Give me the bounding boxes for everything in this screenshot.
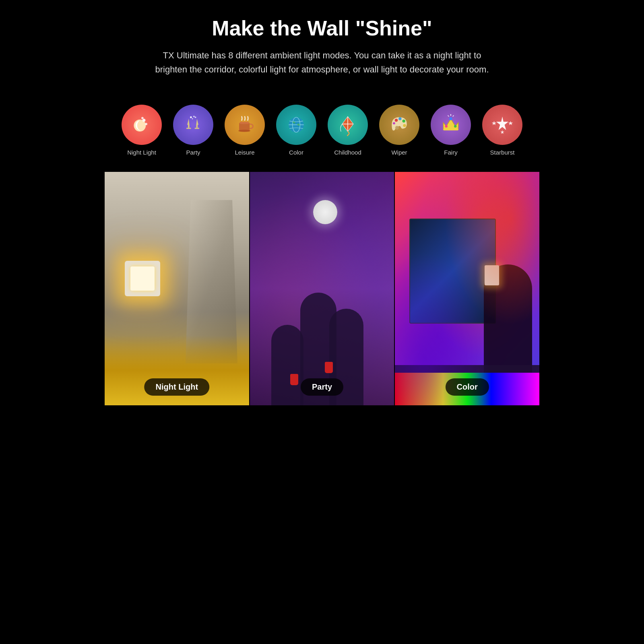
svg-point-3 [141, 117, 144, 120]
color-panel: Color [394, 172, 539, 405]
childhood-icon [328, 105, 368, 145]
mode-item-wiper[interactable]: Wiper [377, 105, 421, 156]
fairy-label: Fairy [444, 149, 457, 156]
color-panel-label: Color [446, 378, 489, 396]
monitor-screen [410, 219, 495, 323]
photos-section: Night Light Party [105, 172, 539, 405]
modes-row: Night Light Party [105, 101, 539, 168]
svg-rect-5 [186, 128, 191, 129]
svg-point-29 [449, 118, 452, 120]
party-panel-label: Party [301, 378, 343, 396]
svg-rect-31 [443, 129, 458, 131]
party-panel: Party [249, 172, 394, 405]
mode-item-childhood[interactable]: Childhood [326, 105, 370, 156]
svg-point-23 [402, 120, 405, 122]
svg-point-1 [142, 119, 145, 122]
mode-item-party[interactable]: Party [171, 105, 215, 156]
night-light-label: Night Light [127, 149, 156, 156]
subtitle-text: TX Ultimate has 8 different ambient ligh… [149, 48, 495, 76]
party-label: Party [186, 149, 200, 156]
red-cup-2 [290, 374, 298, 385]
svg-rect-13 [240, 122, 249, 124]
svg-point-10 [192, 118, 193, 120]
svg-point-28 [445, 125, 448, 128]
device-inner [130, 266, 155, 291]
fairy-icon [431, 105, 471, 145]
svg-point-14 [238, 130, 250, 132]
night-light-panel-label: Night Light [144, 378, 210, 396]
color-icon [276, 105, 316, 145]
desk [395, 365, 539, 373]
mode-item-leisure[interactable]: Leisure [223, 105, 267, 156]
wiper-icon [379, 105, 419, 145]
header-section: Make the Wall "Shine" TX Ultimate has 8 … [105, 0, 539, 101]
svg-line-34 [453, 116, 454, 117]
svg-point-2 [145, 123, 147, 126]
svg-point-21 [395, 119, 398, 122]
wiper-label: Wiper [391, 149, 407, 156]
svg-marker-38 [500, 130, 504, 134]
monitor [409, 219, 496, 324]
svg-line-33 [448, 116, 449, 117]
svg-point-8 [190, 116, 192, 118]
night-light-panel: Night Light [105, 172, 249, 405]
party-scene [250, 172, 394, 405]
childhood-label: Childhood [334, 149, 361, 156]
svg-rect-7 [195, 128, 199, 129]
party-icon [173, 105, 213, 145]
page-title: Make the Wall "Shine" [129, 16, 515, 40]
leisure-icon [225, 105, 265, 145]
color-label: Color [289, 149, 303, 156]
svg-point-30 [454, 125, 457, 128]
svg-point-11 [195, 117, 196, 118]
mode-item-color[interactable]: Color [274, 105, 318, 156]
wall-switch-device [485, 265, 499, 285]
svg-point-25 [393, 122, 395, 125]
svg-point-26 [395, 126, 399, 130]
svg-point-9 [193, 116, 195, 118]
wall-device-container [125, 261, 165, 301]
svg-rect-6 [196, 125, 198, 128]
mode-item-night-light[interactable]: Night Light [120, 105, 164, 156]
svg-point-24 [403, 124, 406, 127]
mode-item-fairy[interactable]: Fairy [429, 105, 473, 156]
starburst-label: Starburst [490, 149, 515, 156]
svg-marker-35 [496, 117, 508, 130]
svg-marker-36 [492, 121, 496, 125]
leisure-label: Leisure [235, 149, 254, 156]
red-cup-1 [325, 362, 333, 373]
svg-rect-4 [188, 125, 190, 128]
svg-point-22 [398, 118, 401, 120]
starburst-icon [482, 105, 522, 145]
svg-marker-37 [508, 121, 513, 125]
device-outer [125, 261, 160, 296]
color-scene [395, 172, 539, 405]
person-silhouette-1 [271, 325, 303, 405]
mode-item-starburst[interactable]: Starburst [480, 105, 524, 156]
night-light-icon [122, 105, 162, 145]
svg-marker-27 [443, 119, 458, 129]
hallway-scene [105, 172, 249, 405]
